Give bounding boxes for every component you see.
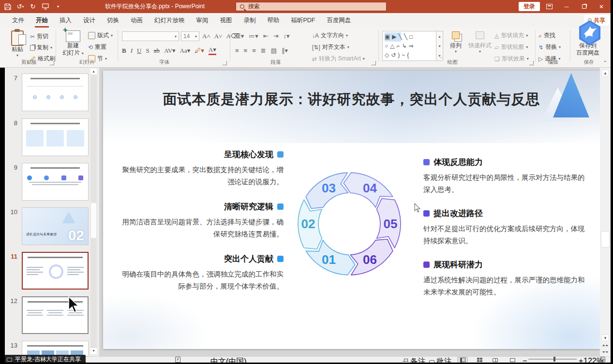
font-dialog-launcher[interactable] — [223, 61, 227, 65]
left-feature-column[interactable]: 呈现核心发现 聚焦研究的主要成果，突出数据支持的关键结论，增强论证的说服力。 清… — [117, 149, 284, 305]
cycle-diagram[interactable]: 010203040506 — [282, 156, 417, 291]
align-text-button[interactable]: [⇅]对齐文本▾ — [312, 43, 349, 51]
frame-edge-right — [611, 0, 613, 364]
tab-slideshow[interactable]: 幻灯片放映 — [149, 13, 191, 28]
font-name-combo[interactable]: ▾ — [122, 31, 179, 41]
shapes-gallery[interactable]: ▣▶╲╲□ ○△⌐↳⇒ ◇↺)~{ ▲▼▼̲ — [382, 31, 443, 61]
tab-home[interactable]: 开始 — [30, 13, 54, 28]
slide-thumbnail-7[interactable] — [22, 73, 89, 111]
quick-styles-button[interactable]: 快速样式▾ — [467, 31, 493, 54]
search-placeholder: 搜索 — [248, 2, 260, 11]
cut-button[interactable]: ✂剪切 — [30, 32, 48, 41]
save-icon[interactable] — [4, 3, 12, 11]
thumb10-triangle-decoration — [62, 212, 75, 223]
thumbnail-panel-scrollbar-thumb[interactable] — [91, 203, 96, 238]
accent-square-icon — [423, 159, 430, 165]
fit-to-window-button[interactable] — [600, 357, 605, 362]
slide-thumbnail-9[interactable] — [22, 163, 89, 201]
previous-slide-button[interactable]: ⏶⏶ — [601, 342, 609, 349]
list-indent-buttons[interactable]: ☰▾≔▾⇤⇥↕▾ — [235, 32, 290, 40]
copy-icon — [30, 45, 35, 51]
shape-outline-button[interactable]: ▱形状轮廓▾ — [494, 43, 528, 51]
paragraph-dialog-launcher[interactable] — [372, 61, 376, 65]
tab-review[interactable]: 审阅 — [191, 13, 214, 28]
panel-scroll-down-icon[interactable]: ▼ — [90, 348, 97, 354]
paste-icon — [11, 30, 24, 46]
scroll-down-icon[interactable]: ▼ — [601, 335, 609, 341]
slide-thumbnail-8[interactable] — [22, 118, 89, 156]
tab-file[interactable]: 文件 — [6, 13, 30, 28]
zoom-slider-thumb[interactable] — [553, 357, 555, 362]
align-buttons[interactable]: ≡≡≡≣▤∥▾ — [235, 47, 288, 54]
vertical-scrollbar-thumb[interactable] — [601, 231, 610, 248]
slide-thumbnail-13[interactable] — [22, 341, 89, 356]
tab-design[interactable]: 设计 — [77, 13, 101, 28]
paste-button[interactable]: 粘贴▾ — [7, 30, 28, 58]
frame-edge-left — [0, 68, 5, 364]
drawing-dialog-launcher[interactable] — [529, 61, 534, 65]
redo-icon[interactable]: ↻ — [29, 3, 37, 11]
tab-help[interactable]: 帮助 — [262, 13, 285, 28]
new-slide-icon — [66, 30, 80, 42]
restore-button[interactable] — [576, 0, 592, 13]
tab-record[interactable]: 录制 — [238, 13, 262, 28]
vertical-scrollbar[interactable] — [600, 68, 611, 356]
slide-thumbnail-10[interactable]: 成长启示与未来展望 02 — [22, 207, 89, 245]
shape-effects-button[interactable]: ❏形状效果▾ — [494, 55, 529, 63]
feature-heading: 体现反思能力 — [434, 157, 483, 168]
thunder-netdisk-logo-icon[interactable] — [577, 19, 602, 46]
underline-button: U — [137, 47, 141, 55]
minimize-button[interactable]: ─ — [558, 0, 575, 13]
change-case-button: Aa▾ — [180, 47, 191, 55]
shapes-gallery-scroll[interactable]: ▲▼▼̲ — [436, 31, 443, 61]
replace-button[interactable]: ↯替换▾ — [538, 43, 561, 51]
panel-scroll-up-icon[interactable]: ▲ — [90, 69, 97, 74]
customize-qat-icon[interactable]: ▾ — [54, 3, 62, 11]
tab-transitions[interactable]: 切换 — [101, 13, 125, 28]
zoom-slider[interactable] — [528, 359, 577, 360]
find-button[interactable]: ⌕查找 — [538, 31, 555, 40]
ribbon: 粘贴▾ ✂剪切 复制▾ 🖉格式刷 剪贴板 新建 幻灯片 ▾ 版式▾ ⟲重置 节▾… — [0, 28, 613, 68]
slide-thumbnail-11-selected[interactable] — [22, 252, 89, 290]
drawing-group-label: 绘图 — [438, 59, 467, 66]
reset-button[interactable]: ⟲重置 — [88, 43, 106, 51]
shapes-row-2[interactable]: ○△⌐↳⇒ — [385, 42, 434, 51]
font-size-combo[interactable]: 14▾ — [181, 31, 199, 41]
decrease-indent-button: ⇤ — [263, 32, 269, 40]
convert-smartart-button[interactable]: ⇄转换为 SmartArt▾ — [312, 55, 365, 63]
tab-baidu-netdisk[interactable]: 百度网盘 — [321, 13, 357, 28]
search-input[interactable]: 搜索 — [236, 2, 387, 11]
search-icon — [240, 4, 244, 9]
undo-icon[interactable]: ↺▾ — [16, 3, 24, 11]
tab-animations[interactable]: 动画 — [125, 13, 149, 28]
align-right-button: ≡ — [252, 47, 256, 54]
right-feature-column[interactable]: 体现反思能力 客观分析研究过程中的局限性，展示对方法与结果的深入思考。 提出改进… — [423, 157, 590, 310]
shapes-row-1[interactable]: ▣▶╲╲□ — [385, 32, 434, 42]
tab-view[interactable]: 视图 — [214, 13, 238, 28]
current-slide[interactable]: 面试本质是潜力展示：讲好研究故事，突出个人贡献与反思 呈现核心发现 聚焦研究的主… — [103, 71, 600, 349]
new-slide-button[interactable]: 新建 幻灯片 ▾ — [59, 30, 87, 57]
line-spacing-button: ↕▾ — [284, 32, 290, 40]
shape-fill-button[interactable]: ◬形状填充▾ — [494, 31, 528, 40]
arrange-button[interactable]: 排列▾ — [446, 31, 465, 54]
login-button[interactable]: 登录 — [519, 2, 540, 11]
layout-button[interactable]: 版式▾ — [88, 31, 113, 40]
text-direction-button[interactable]: ↓A文字方向▾ — [312, 31, 348, 40]
copy-button[interactable]: 复制▾ — [30, 44, 52, 52]
spell-check-indicator[interactable]: ✗ — [175, 357, 180, 363]
slide-title[interactable]: 面试本质是潜力展示：讲好研究故事，突出个人贡献与反思 — [103, 90, 600, 109]
shapes-row-3[interactable]: ◇↺)~{ — [385, 51, 434, 60]
feature-item: 呈现核心发现 聚焦研究的主要成果，突出数据支持的关键结论，增强论证的说服力。 — [117, 149, 284, 189]
scroll-up-icon[interactable]: ▲ — [601, 70, 609, 76]
ribbon-display-options-button[interactable] — [541, 0, 557, 13]
start-slideshow-icon[interactable] — [42, 3, 49, 11]
collapse-ribbon-icon[interactable]: ⌃ — [603, 60, 607, 65]
font-style-buttons[interactable]: B I U S ab AV▾ Aa▾ 🖊▾ A▾ — [122, 46, 216, 55]
feature-item: 提出改进路径 针对不足提出可行的优化方案或后续研究方向，体现持续探索意识。 — [423, 208, 590, 248]
tab-foxit-pdf[interactable]: 福昕PDF — [285, 13, 321, 28]
next-slide-button[interactable]: ⏷⏷ — [601, 349, 609, 356]
align-left-button: ≡ — [235, 47, 239, 54]
close-button[interactable]: ✕ — [593, 0, 610, 13]
font-grow-shrink[interactable]: A˄A˅A⌫ — [202, 32, 239, 40]
clipboard-dialog-launcher[interactable] — [50, 61, 54, 65]
